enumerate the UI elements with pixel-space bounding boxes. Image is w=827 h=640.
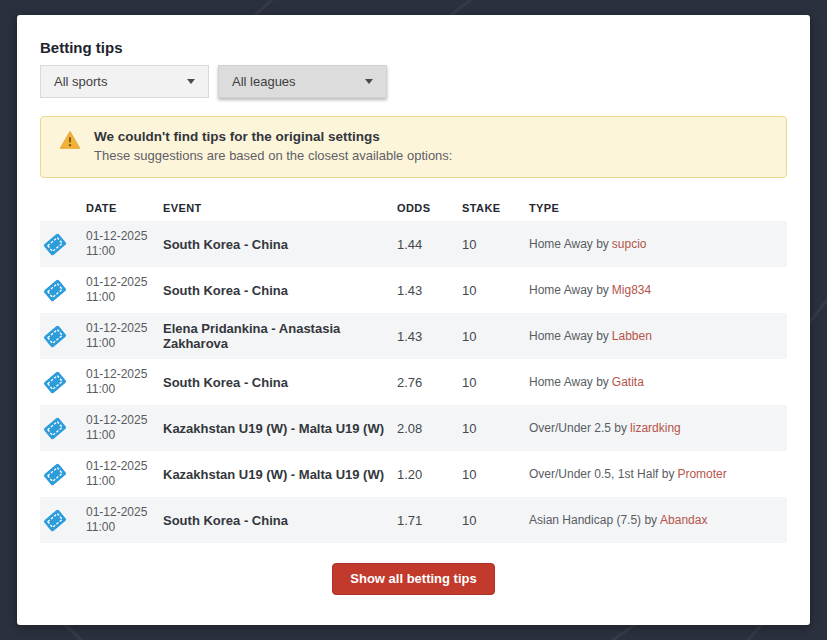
row-stake: 10 [462, 375, 529, 390]
row-event: South Korea - China [163, 513, 397, 528]
ticket-icon [40, 421, 86, 436]
ticket-icon [40, 375, 86, 390]
tipster-link[interactable]: Labben [612, 329, 652, 343]
row-stake: 10 [462, 237, 529, 252]
tipster-link[interactable]: Mig834 [612, 283, 651, 297]
betting-tips-table: DATE EVENT ODDS STAKE TYPE 01-12-2025 11… [40, 195, 787, 543]
row-date: 01-12-2025 11:00 [86, 505, 163, 535]
row-type: Home Away bysupcio [529, 237, 787, 251]
row-stake: 10 [462, 467, 529, 482]
row-event: South Korea - China [163, 375, 397, 390]
league-select-value: All leagues [232, 74, 296, 89]
row-stake: 10 [462, 421, 529, 436]
sport-select-value: All sports [54, 74, 107, 89]
ticket-icon [40, 513, 86, 528]
row-date: 01-12-2025 11:00 [86, 229, 163, 259]
row-type: Over/Under 2.5 bylizardking [529, 421, 787, 435]
row-odds: 1.44 [397, 237, 462, 252]
row-date: 01-12-2025 11:00 [86, 413, 163, 443]
ticket-icon [40, 467, 86, 482]
header-stake: STAKE [462, 202, 529, 214]
warning-alert-title: We couldn't find tips for the original s… [94, 128, 452, 145]
table-row[interactable]: 01-12-2025 11:00 Elena Pridankina - Anas… [40, 313, 787, 359]
page-background: { "page": { "title": "Betting tips" }, "… [0, 0, 827, 640]
header-odds: ODDS [397, 202, 462, 214]
table-footer: Show all betting tips [40, 563, 787, 595]
chevron-down-icon [187, 79, 195, 84]
row-odds: 1.43 [397, 283, 462, 298]
ticket-icon [40, 237, 86, 252]
filter-bar: All sports All leagues [40, 65, 787, 98]
ticket-icon [40, 283, 86, 298]
row-type: Over/Under 0.5, 1st Half byPromoter [529, 467, 787, 481]
row-event: Elena Pridankina - Anastasia Zakharova [163, 321, 397, 351]
row-odds: 1.71 [397, 513, 462, 528]
tipster-link[interactable]: Gatita [612, 375, 644, 389]
row-date: 01-12-2025 11:00 [86, 275, 163, 305]
row-date: 01-12-2025 11:00 [86, 367, 163, 397]
row-odds: 2.76 [397, 375, 462, 390]
tipster-link[interactable]: Abandax [660, 513, 707, 527]
warning-triangle-icon [59, 129, 81, 155]
row-type: Asian Handicap (7.5) byAbandax [529, 513, 787, 527]
show-all-betting-tips-button[interactable]: Show all betting tips [332, 563, 494, 595]
tipster-link[interactable]: lizardking [630, 421, 681, 435]
row-stake: 10 [462, 329, 529, 344]
header-event: EVENT [163, 201, 397, 216]
table-header-row: DATE EVENT ODDS STAKE TYPE [40, 195, 787, 221]
row-type: Home Away byGatita [529, 375, 787, 389]
betting-tips-card: Betting tips All sports All leagues We c… [17, 15, 810, 625]
warning-alert: We couldn't find tips for the original s… [40, 116, 787, 178]
table-row[interactable]: 01-12-2025 11:00 South Korea - China 1.4… [40, 221, 787, 267]
row-type: Home Away byMig834 [529, 283, 787, 297]
row-event: Kazakhstan U19 (W) - Malta U19 (W) [163, 421, 397, 436]
warning-alert-text: We couldn't find tips for the original s… [94, 128, 452, 165]
table-row[interactable]: 01-12-2025 11:00 South Korea - China 1.7… [40, 497, 787, 543]
warning-alert-subtitle: These suggestions are based on the close… [94, 147, 452, 165]
row-event: South Korea - China [163, 237, 397, 252]
tipster-link[interactable]: supcio [612, 237, 647, 251]
row-odds: 1.20 [397, 467, 462, 482]
row-event: South Korea - China [163, 283, 397, 298]
table-row[interactable]: 01-12-2025 11:00 Kazakhstan U19 (W) - Ma… [40, 405, 787, 451]
page-title: Betting tips [40, 40, 787, 55]
header-type: TYPE [529, 202, 787, 214]
header-date: DATE [86, 202, 163, 214]
chevron-down-icon [365, 79, 373, 84]
row-odds: 1.43 [397, 329, 462, 344]
table-row[interactable]: 01-12-2025 11:00 South Korea - China 2.7… [40, 359, 787, 405]
ticket-icon [40, 329, 86, 344]
league-select[interactable]: All leagues [218, 65, 387, 98]
row-date: 01-12-2025 11:00 [86, 321, 163, 351]
table-row[interactable]: 01-12-2025 11:00 Kazakhstan U19 (W) - Ma… [40, 451, 787, 497]
row-stake: 10 [462, 283, 529, 298]
table-row[interactable]: 01-12-2025 11:00 South Korea - China 1.4… [40, 267, 787, 313]
row-date: 01-12-2025 11:00 [86, 459, 163, 489]
tipster-link[interactable]: Promoter [677, 467, 726, 481]
row-event: Kazakhstan U19 (W) - Malta U19 (W) [163, 467, 397, 482]
row-stake: 10 [462, 513, 529, 528]
sport-select[interactable]: All sports [40, 65, 209, 98]
row-odds: 2.08 [397, 421, 462, 436]
row-type: Home Away byLabben [529, 329, 787, 343]
